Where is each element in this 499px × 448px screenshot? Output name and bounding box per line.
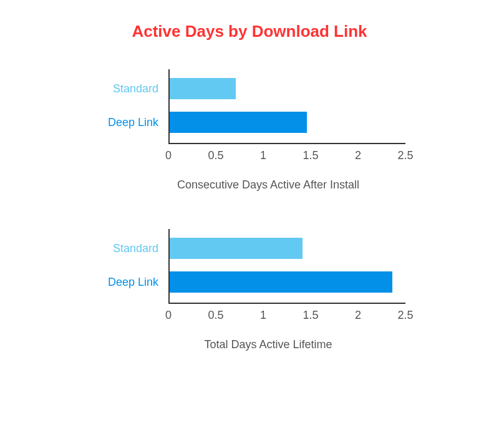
bar-standard [170, 78, 236, 99]
x-tick: 0.5 [208, 309, 223, 322]
bar-deeplink [170, 112, 307, 133]
bar-deeplink [170, 271, 392, 293]
x-tick: 2.5 [397, 309, 413, 322]
x-tick: 1 [260, 309, 266, 322]
x-axis: 0 0.5 1 1.5 2 2.5 [168, 144, 405, 163]
category-label-deeplink: Deep Link [108, 271, 170, 293]
x-tick: 2 [355, 309, 361, 322]
x-tick: 2.5 [397, 149, 413, 162]
chart-subtitle: Consecutive Days Active After Install [87, 178, 449, 192]
x-tick: 2 [355, 149, 361, 162]
x-tick: 1.5 [303, 149, 318, 162]
category-label-standard: Standard [113, 238, 170, 259]
x-tick: 0 [165, 309, 172, 322]
chart-total-days: Standard Deep Link 0 0.5 1 1.5 2 2.5 Tot… [50, 229, 449, 351]
x-tick: 0 [165, 149, 172, 162]
chart-title: Active Days by Download Link [50, 22, 449, 41]
x-axis: 0 0.5 1 1.5 2 2.5 [168, 304, 405, 323]
bar-standard [170, 238, 303, 259]
x-tick: 0.5 [208, 149, 223, 162]
chart-consecutive-days: Standard Deep Link 0 0.5 1 1.5 2 2.5 Con… [50, 69, 449, 192]
plot-area: Standard Deep Link [168, 69, 405, 144]
x-tick: 1 [260, 149, 266, 162]
category-label-standard: Standard [113, 78, 170, 99]
plot-area: Standard Deep Link [168, 229, 405, 304]
chart-subtitle: Total Days Active Lifetime [87, 338, 449, 351]
x-tick: 1.5 [303, 309, 318, 322]
category-label-deeplink: Deep Link [108, 112, 170, 133]
